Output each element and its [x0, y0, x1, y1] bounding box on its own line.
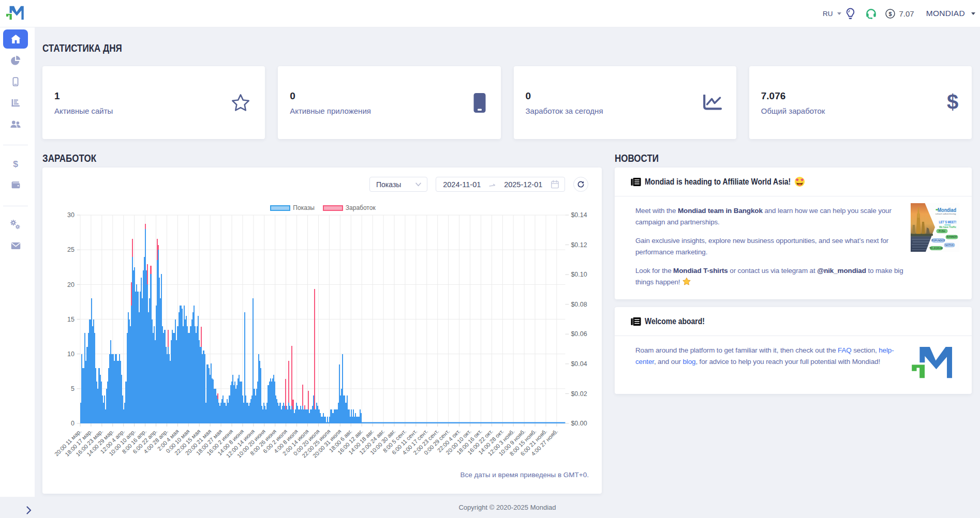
chevron-right-icon — [26, 506, 32, 514]
account-menu[interactable]: MONDIAD — [926, 9, 975, 18]
lightbulb-icon — [844, 8, 856, 20]
sidebar — [0, 27, 35, 497]
news-title: Mondiad is heading to Affiliate World As… — [645, 177, 791, 187]
sidebar-divider — [3, 206, 28, 206]
stat-info: 1 Активные сайты — [54, 90, 113, 115]
stat-info: 0 Заработок за сегодня — [526, 90, 603, 115]
sidebar-item-messages[interactable] — [3, 236, 28, 255]
stat-info: 7.076 Общий заработок — [761, 90, 825, 115]
language-label: RU — [823, 10, 833, 18]
news-link[interactable]: blog — [682, 358, 695, 365]
mobile-icon — [10, 77, 21, 87]
banner-subline: We have Traffic — [939, 225, 957, 228]
earnings-section-title: ЗАРАБОТОК — [42, 153, 518, 164]
news-card-header: Mondiad is heading to Affiliate World As… — [615, 167, 972, 196]
star-emoji — [682, 277, 691, 286]
newspaper-icon — [630, 177, 642, 187]
svg-text:25: 25 — [67, 246, 75, 253]
stat-value: 0 — [290, 90, 371, 102]
users-icon — [10, 118, 21, 130]
stat-card-active-apps: 0 Активные приложения — [278, 66, 500, 139]
earnings-column: ЗАРАБОТОК Показы 2024-11-01 2025-12-01 — [42, 153, 602, 494]
bars-impressions — [80, 229, 565, 423]
sidebar-item-reports[interactable] — [3, 93, 28, 112]
stat-label: Общий заработок — [761, 106, 825, 115]
language-selector[interactable]: RU — [823, 10, 841, 18]
sidebar-item-settings[interactable] — [3, 215, 28, 234]
stat-card-active-sites: 1 Активные сайты — [42, 66, 265, 139]
news-card-body: Meet with the Mondiad team in Bangkok an… — [615, 196, 972, 299]
stats-section-title: СТАТИСТИКА ДНЯ — [42, 42, 833, 54]
svg-text:0: 0 — [71, 420, 75, 427]
sidebar-item-referrals[interactable] — [3, 114, 28, 133]
stat-info: 0 Активные приложения — [290, 90, 371, 115]
stat-value: 1 — [54, 90, 113, 102]
chevron-down-icon — [971, 12, 975, 15]
dollar-icon: $ — [946, 90, 959, 115]
main-content: СТАТИСТИКА ДНЯ 1 Активные сайты 0 Активн… — [35, 27, 980, 494]
top-bar: RU 7.07 MONDIAD — [0, 0, 980, 27]
sidebar-item-dashboard[interactable] — [3, 29, 28, 49]
sidebar-item-payouts[interactable] — [3, 175, 28, 194]
news-card-affiliate-world: Mondiad is heading to Affiliate World As… — [615, 167, 972, 299]
home-icon — [10, 34, 21, 44]
tips-button[interactable] — [844, 8, 856, 20]
star-struck-emoji — [794, 176, 805, 187]
bar-chart-icon — [10, 98, 21, 108]
news-link[interactable]: FAQ — [838, 346, 852, 354]
balance[interactable]: 7.07 — [885, 8, 914, 19]
topbar-actions: RU 7.07 MONDIAD — [823, 8, 980, 20]
star-icon — [231, 94, 250, 112]
svg-text:$0.02: $0.02 — [571, 390, 587, 398]
columns: ЗАРАБОТОК Показы 2024-11-01 2025-12-01 — [42, 153, 972, 494]
stat-card-total-earnings: 7.076 Общий заработок $ — [749, 66, 972, 139]
banner-brand-subtitle: smart advertising — [936, 212, 957, 215]
svg-text:15: 15 — [67, 316, 75, 323]
earnings-bar-chart[interactable]: 05101520253020:00 11 мар.18:00 17 мар.16… — [42, 167, 602, 494]
svg-text:5: 5 — [71, 385, 75, 392]
banner-tag-banner: BANNER — [947, 236, 957, 238]
sidebar-expand-button[interactable] — [26, 506, 32, 514]
chart-line-icon — [703, 95, 722, 111]
dollar-icon — [10, 158, 21, 170]
mobile-icon — [473, 93, 486, 113]
banner-tag-telegram: TELEGRAM — [929, 247, 943, 250]
newspaper-icon — [630, 316, 642, 327]
sidebar-item-earnings[interactable] — [3, 154, 28, 173]
footer: Copyright © 2020-2025 Mondiad — [0, 497, 980, 518]
banner-headline: LET`S MEET! — [939, 220, 956, 224]
pie-chart-icon — [10, 55, 21, 66]
circle-dollar-icon — [885, 8, 896, 19]
copyright: Copyright © 2020-2025 Mondiad — [35, 497, 980, 518]
mondiad-logo[interactable] — [4, 3, 28, 24]
news-text: Roam around the platform to get familiar… — [635, 345, 907, 394]
stat-label: Активные сайты — [54, 106, 113, 115]
news-card-body: Roam around the platform to get familiar… — [615, 336, 972, 394]
headset-icon — [865, 8, 877, 20]
account-name: MONDIAD — [926, 9, 965, 18]
affiliate-world-banner[interactable]: Mondiad smart advertising LET`S MEET! We… — [911, 203, 959, 288]
svg-text:$0.08: $0.08 — [571, 301, 587, 308]
news-title: Welcome aboard! — [645, 316, 705, 327]
news-card-welcome: Welcome aboard! Roam around the platform… — [615, 307, 972, 394]
svg-text:$: $ — [947, 90, 958, 113]
sidebar-divider — [3, 145, 28, 145]
stat-card-earnings-today: 0 Заработок за сегодня — [514, 66, 736, 139]
content: СТАТИСТИКА ДНЯ 1 Активные сайты 0 Активн… — [35, 42, 980, 494]
support-button[interactable] — [865, 8, 877, 20]
svg-text:$0.06: $0.06 — [571, 330, 587, 338]
news-section-title: НОВОСТИ — [615, 153, 918, 164]
svg-text:10: 10 — [67, 351, 75, 358]
svg-text:20: 20 — [67, 281, 75, 288]
stat-value: 7.076 — [761, 90, 825, 102]
gears-icon — [10, 219, 21, 231]
chevron-down-icon — [837, 12, 841, 15]
banner-image: Mondiad smart advertising LET`S MEET! We… — [911, 203, 959, 252]
banner-tag-native: NATIVE — [945, 244, 954, 247]
stat-label: Заработок за сегодня — [526, 106, 603, 115]
banner-tag-push: PUSH — [939, 230, 945, 233]
sidebar-item-statistics[interactable] — [3, 51, 28, 70]
stat-value: 0 — [526, 90, 603, 102]
mondiad-logo-large — [907, 345, 962, 385]
sidebar-item-sites-apps[interactable] — [3, 72, 28, 91]
